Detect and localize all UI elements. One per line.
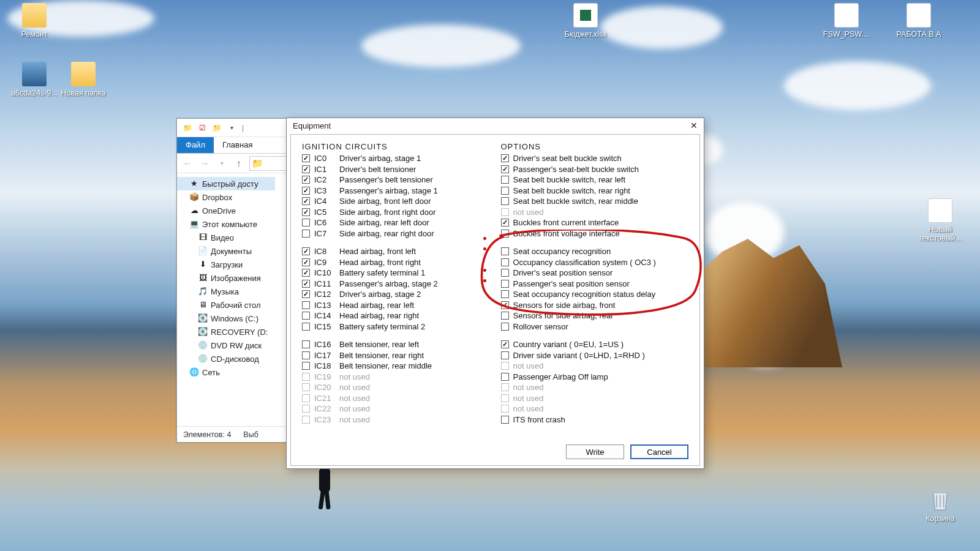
- icon-budget[interactable]: Бюджет.xlsx: [561, 3, 610, 39]
- explorer-nav-tree: ★Быстрый досту📦Dropbox☁OneDrive💻Этот ком…: [177, 173, 275, 426]
- option-row: IC17Belt tensioner, rear right: [302, 350, 490, 361]
- option-checkbox: [302, 416, 310, 424]
- icon-novaya-papka[interactable]: Новая папка: [59, 62, 108, 97]
- icon-korzina[interactable]: Корзина: [916, 487, 965, 523]
- option-checkbox[interactable]: [302, 280, 310, 288]
- option-label: not used: [513, 394, 544, 403]
- option-checkbox[interactable]: [501, 176, 509, 184]
- option-checkbox[interactable]: [501, 323, 509, 331]
- nav-fwd-icon[interactable]: →: [198, 158, 211, 168]
- option-checkbox[interactable]: [302, 340, 310, 348]
- option-checkbox[interactable]: [302, 362, 310, 370]
- tree-item[interactable]: 🌐Сеть: [177, 365, 275, 379]
- tree-item-icon: 📦: [189, 192, 199, 202]
- option-row: Seat belt buckle switch, rear right: [501, 186, 689, 197]
- ribbon-tab-file[interactable]: Файл: [177, 137, 214, 153]
- nav-back-icon[interactable]: ←: [181, 158, 194, 168]
- option-checkbox[interactable]: [501, 269, 509, 277]
- option-checkbox[interactable]: [501, 230, 509, 238]
- option-checkbox[interactable]: [501, 416, 509, 424]
- tree-item[interactable]: 🖥Рабочий стол: [177, 298, 275, 312]
- tree-item[interactable]: ☁OneDrive: [177, 204, 275, 217]
- option-checkbox[interactable]: [302, 269, 310, 277]
- tree-item[interactable]: 💽Windows (C:): [177, 312, 275, 325]
- write-button[interactable]: Write: [566, 444, 624, 459]
- ribbon-tab-main[interactable]: Главная: [214, 137, 261, 153]
- dialog-titlebar[interactable]: Equipment ✕: [287, 118, 704, 133]
- option-checkbox[interactable]: [501, 340, 509, 348]
- option-checkbox: [501, 383, 509, 391]
- tree-item[interactable]: 🖼Изображения: [177, 271, 275, 285]
- icon-rabota[interactable]: РАБОТА В А: [894, 3, 943, 39]
- option-row: IC7Side airbag, rear right door: [302, 228, 490, 239]
- tree-item[interactable]: 💻Этот компьюте: [177, 217, 275, 231]
- cancel-button[interactable]: Cancel: [630, 444, 688, 459]
- option-checkbox[interactable]: [501, 187, 509, 195]
- option-checkbox[interactable]: [302, 323, 310, 331]
- option-checkbox[interactable]: [501, 280, 509, 288]
- tree-item[interactable]: 🎵Музыка: [177, 285, 275, 298]
- option-checkbox[interactable]: [302, 230, 310, 238]
- tree-item[interactable]: 🎞Видео: [177, 231, 275, 244]
- tree-item[interactable]: 💽RECOVERY (D:: [177, 325, 275, 339]
- tree-item[interactable]: 💿DVD RW диск: [177, 339, 275, 352]
- option-label: not used: [513, 383, 544, 392]
- explorer-qa-save[interactable]: ☑: [195, 121, 209, 135]
- option-checkbox[interactable]: [302, 301, 310, 309]
- option-checkbox[interactable]: [501, 290, 509, 298]
- option-checkbox[interactable]: [501, 165, 509, 173]
- option-label: Seat belt buckle switch, rear middle: [513, 197, 638, 206]
- desktop-icon-label: Ремонт: [10, 30, 59, 39]
- option-id: IC13: [314, 301, 335, 310]
- option-label: Battery safety terminal 1: [339, 268, 425, 277]
- option-checkbox[interactable]: [302, 312, 310, 320]
- option-checkbox[interactable]: [501, 351, 509, 359]
- option-checkbox[interactable]: [302, 208, 310, 216]
- tree-item[interactable]: ★Быстрый досту: [177, 177, 275, 190]
- option-checkbox[interactable]: [501, 301, 509, 309]
- icon-remont[interactable]: Ремонт: [10, 3, 59, 39]
- option-row: Passenger's seat-belt buckle switch: [501, 164, 689, 175]
- close-icon[interactable]: ✕: [687, 119, 701, 132]
- option-checkbox[interactable]: [501, 154, 509, 162]
- desktop-icon-label: Новый текстовый...: [916, 225, 965, 242]
- option-checkbox[interactable]: [501, 373, 509, 381]
- option-row: Sensors for side airbag, front: [501, 300, 689, 311]
- option-checkbox: [302, 383, 310, 391]
- status-item-count: Элементов: 4: [183, 430, 231, 439]
- tree-item[interactable]: 📄Документы: [177, 244, 275, 258]
- option-checkbox[interactable]: [302, 351, 310, 359]
- option-checkbox[interactable]: [302, 290, 310, 298]
- option-checkbox[interactable]: [501, 219, 509, 227]
- nav-recent-icon[interactable]: ▾: [215, 160, 228, 167]
- tree-item[interactable]: 📦Dropbox: [177, 190, 275, 204]
- option-checkbox[interactable]: [302, 187, 310, 195]
- option-checkbox[interactable]: [501, 258, 509, 266]
- option-checkbox[interactable]: [302, 165, 310, 173]
- option-row: IC20not used: [302, 382, 490, 393]
- option-label: Sensors for side airbag, front: [513, 301, 616, 310]
- icon-novyy-txt[interactable]: Новый текстовый...: [916, 198, 965, 242]
- explorer-qa-folder[interactable]: 📁: [210, 121, 224, 135]
- option-checkbox[interactable]: [501, 197, 509, 205]
- option-checkbox[interactable]: [501, 247, 509, 255]
- option-checkbox[interactable]: [302, 197, 310, 205]
- tree-item[interactable]: ⬇Загрузки: [177, 258, 275, 271]
- option-checkbox[interactable]: [302, 154, 310, 162]
- option-row: Seat occupancy recognition status delay: [501, 289, 689, 300]
- option-checkbox[interactable]: [501, 312, 509, 320]
- option-checkbox[interactable]: [302, 176, 310, 184]
- option-id: IC6: [314, 218, 335, 227]
- option-checkbox[interactable]: [302, 258, 310, 266]
- explorer-qa-drop[interactable]: ▾: [225, 121, 238, 135]
- option-id: IC23: [314, 415, 335, 424]
- nav-up-icon[interactable]: ↑: [232, 158, 246, 168]
- option-checkbox[interactable]: [302, 247, 310, 255]
- option-row: Occupancy classification system ( OC3 ): [501, 257, 689, 268]
- option-label: Head airbag, front left: [339, 247, 416, 256]
- tree-item[interactable]: 💿CD-дисковод: [177, 352, 275, 365]
- option-row: not used: [501, 382, 689, 393]
- icon-fsw-psw[interactable]: FSW_PSW....: [822, 3, 871, 39]
- icon-a6cda24s[interactable]: a6cda24s-9...: [10, 62, 59, 97]
- option-checkbox[interactable]: [302, 219, 310, 227]
